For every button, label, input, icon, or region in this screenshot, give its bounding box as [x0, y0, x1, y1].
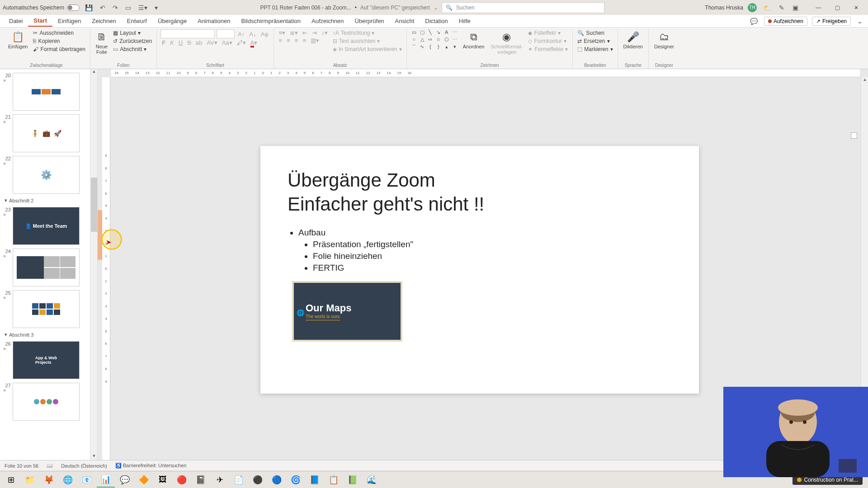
layout-button[interactable]: ▦Layout ▾ — [112, 29, 153, 37]
indent-inc-icon[interactable]: ⇥ — [311, 29, 318, 36]
thumbnail-26[interactable]: 26★ App & Web Projects — [0, 339, 90, 381]
firefox-icon[interactable]: 🦊 — [40, 472, 58, 488]
find-button[interactable]: 🔍Suchen — [576, 29, 613, 37]
italic-button[interactable]: K — [169, 39, 175, 46]
window-icon[interactable]: ▣ — [791, 4, 800, 11]
tab-einfuegen[interactable]: Einfügen — [52, 16, 86, 26]
section-header-2[interactable]: ▾Abschnitt 2 — [0, 196, 90, 205]
thumbnail-21[interactable]: 21★ 🧍💼🚀 — [0, 113, 90, 154]
shape-oval-icon[interactable]: ○ — [410, 37, 418, 43]
shape-free-icon[interactable]: ∿ — [419, 44, 426, 50]
thumbnail-27[interactable]: 27★ — [0, 381, 90, 422]
smartart-button[interactable]: ◈In SmartArt konvertieren ▾ — [332, 46, 403, 53]
shape-brace-icon[interactable]: { — [427, 44, 434, 50]
tab-animationen[interactable]: Animationen — [192, 16, 236, 26]
shape-scroll-up-icon[interactable]: ▴ — [443, 44, 450, 50]
app-icon-1[interactable]: 💬 — [116, 472, 134, 488]
tab-entwurf[interactable]: Entwurf — [122, 16, 152, 26]
align-center-icon[interactable]: ≡ — [285, 37, 292, 44]
section-header-3[interactable]: ▾Abschnitt 3 — [0, 330, 90, 339]
paste-button[interactable]: 📋 Einfügen — [6, 29, 29, 51]
app-icon-2[interactable]: 🖼 — [154, 472, 172, 488]
spell-check-icon[interactable]: 📖 — [47, 463, 53, 469]
columns-icon[interactable]: ▥▾ — [309, 37, 321, 44]
shape-star-icon[interactable]: ☆ — [435, 37, 442, 43]
vertical-ruler[interactable]: 9876543210123456789 — [102, 77, 110, 460]
align-right-icon[interactable]: ≡ — [293, 37, 300, 44]
tab-datei[interactable]: Datei — [4, 16, 28, 26]
thumbnail-22[interactable]: 22★ ⚙️ — [0, 154, 90, 196]
redo-icon[interactable]: ↷ — [111, 4, 120, 11]
thumbnail-25[interactable]: 25★ — [0, 288, 90, 330]
outlook-icon[interactable]: 📧 — [78, 472, 96, 488]
thumbnail-24[interactable]: 24★ — [0, 247, 90, 288]
tab-zeichnen[interactable]: Zeichnen — [86, 16, 121, 26]
outline-button[interactable]: ◇Formkontur ▾ — [527, 38, 569, 45]
align-text-button[interactable]: ⊟Text ausrichten ▾ — [332, 38, 403, 45]
chevron-down-icon[interactable]: ⌄ — [434, 5, 438, 11]
word-icon[interactable]: 📘 — [306, 472, 324, 488]
increase-font-icon[interactable]: A↑ — [236, 31, 246, 38]
indent-dec-icon[interactable]: ⇤ — [301, 29, 309, 36]
new-slide-button[interactable]: 🗎 Neue Folie — [94, 29, 109, 56]
numbering-icon[interactable]: ≣▾ — [288, 29, 299, 36]
shape-arrow-icon[interactable]: ↘ — [435, 29, 442, 36]
cloud-icon[interactable]: ⛅ — [761, 4, 773, 11]
replace-button[interactable]: ⇄Ersetzen ▾ — [576, 38, 613, 45]
font-size-input[interactable] — [217, 29, 235, 38]
scroll-up-icon[interactable]: ▲ — [861, 77, 868, 84]
shape-scroll-dn-icon[interactable]: ▾ — [451, 44, 458, 50]
shadow-icon[interactable]: ab — [194, 39, 203, 46]
draw-icon[interactable]: ✎ — [777, 4, 786, 11]
effects-button[interactable]: ✦Formeffekte ▾ — [527, 46, 569, 53]
dictate-button[interactable]: 🎤 Diktieren — [622, 29, 645, 51]
font-color-icon[interactable]: A▾ — [249, 39, 259, 46]
shape-hex-icon[interactable]: ⬡ — [443, 37, 450, 43]
language-indicator[interactable]: Deutsch (Österreich) — [61, 463, 107, 469]
slide-body[interactable]: Aufbau Präsentation „fertigstellen" Foli… — [288, 227, 672, 342]
tab-bildschirm[interactable]: Bildschirmpräsentation — [236, 16, 306, 26]
tab-dictation[interactable]: Dictation — [420, 16, 453, 26]
record-button[interactable]: Aufzeichnen — [764, 17, 807, 26]
font-family-input[interactable] — [160, 29, 215, 38]
slide-canvas[interactable]: Übergänge Zoom Einfacher geht's nicht !!… — [260, 146, 699, 394]
shape-rect-icon[interactable]: ▭ — [410, 29, 418, 36]
obs-icon[interactable]: ⚫ — [249, 472, 267, 488]
spacing-icon[interactable]: AV▾ — [205, 39, 218, 46]
tab-start[interactable]: Start — [28, 15, 52, 27]
shape-brace2-icon[interactable]: } — [435, 44, 442, 50]
bold-button[interactable]: F — [160, 39, 167, 46]
shape-text-icon[interactable]: A — [443, 29, 450, 36]
line-spacing-icon[interactable]: ↕▾ — [320, 29, 329, 36]
tab-aufzeichnen[interactable]: Aufzeichnen — [306, 16, 349, 26]
edge-icon[interactable]: 🌊 — [363, 472, 381, 488]
app-icon-7[interactable]: 📋 — [325, 472, 343, 488]
from-beginning-icon[interactable]: ▭ — [123, 4, 133, 11]
designer-button[interactable]: 🗂 Designer — [652, 29, 676, 51]
strike-button[interactable]: S — [186, 39, 193, 46]
horizontal-ruler[interactable]: 1615141312111098765432101234567891011121… — [111, 69, 860, 77]
reset-button[interactable]: ↺Zurücksetzen — [112, 38, 153, 45]
thumbnail-20[interactable]: 20★ — [0, 71, 90, 113]
start-button[interactable]: ⊞ — [2, 472, 20, 488]
cut-button[interactable]: ✂Ausschneiden — [32, 29, 86, 37]
tab-uebergaenge[interactable]: Übergänge — [152, 16, 192, 26]
excel-icon[interactable]: 📗 — [344, 472, 362, 488]
slide-title[interactable]: Übergänge Zoom Einfacher geht's nicht !! — [288, 169, 672, 216]
arrange-button[interactable]: ⧉ Anordnen — [461, 29, 486, 51]
shape-more2-icon[interactable]: ⋯ — [451, 37, 458, 43]
comments-icon[interactable]: 💬 — [748, 18, 760, 25]
collapse-ribbon-icon[interactable]: ⌄ — [855, 18, 864, 25]
shapes-gallery[interactable]: ▭ ▢ ╲ ↘ A ⋯ ○ △ ⇨ ☆ ⬡ ⋯ ⌒ ∿ { } ▴ ▾ — [410, 29, 458, 50]
shape-tri-icon[interactable]: △ — [419, 37, 426, 43]
app-icon-4[interactable]: 📄 — [230, 472, 248, 488]
decrease-font-icon[interactable]: A↓ — [248, 31, 257, 38]
tab-ansicht[interactable]: Ansicht — [390, 16, 420, 26]
underline-button[interactable]: U — [177, 39, 184, 46]
shape-arrow2-icon[interactable]: ⇨ — [427, 37, 434, 43]
copy-button[interactable]: ⎘Kopieren — [32, 38, 86, 45]
tab-hilfe[interactable]: Hilfe — [453, 16, 476, 26]
shape-rrect-icon[interactable]: ▢ — [419, 29, 426, 36]
maximize-button[interactable]: ▢ — [828, 1, 846, 14]
align-left-icon[interactable]: ≡ — [278, 37, 284, 44]
